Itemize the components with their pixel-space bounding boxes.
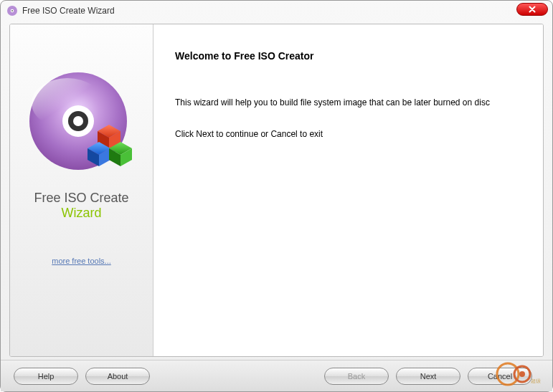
more-tools-link[interactable]: more free tools... (52, 257, 111, 265)
app-window: Free ISO Create Wizard (0, 0, 553, 392)
app-icon (6, 5, 18, 16)
about-button[interactable]: About (85, 368, 150, 385)
sidebar: Free ISO Create Wizard more free tools..… (10, 24, 153, 356)
svg-point-2 (11, 10, 13, 11)
help-button[interactable]: Help (14, 368, 78, 385)
content-frame: Free ISO Create Wizard more free tools..… (9, 24, 544, 357)
svg-point-7 (73, 116, 83, 126)
welcome-heading: Welcome to Free ISO Creator (175, 50, 521, 62)
body-text-1: This wizard will help you to build file … (175, 97, 521, 107)
app-name-line1: Free ISO Create (34, 191, 128, 206)
titlebar: Free ISO Create Wizard (1, 1, 552, 21)
next-button[interactable]: Next (396, 368, 460, 385)
close-button[interactable] (516, 3, 548, 16)
app-name-line2: Wizard (61, 206, 101, 221)
disc-logo-icon (24, 67, 139, 182)
window-title: Free ISO Create Wizard (22, 6, 115, 16)
main-panel: Welcome to Free ISO Creator This wizard … (153, 24, 543, 356)
body-text-2: Click Next to continue or Cancel to exit (175, 129, 521, 139)
button-bar: Help About Back Next Cancel (1, 360, 552, 391)
back-button[interactable]: Back (324, 368, 389, 385)
cancel-button[interactable]: Cancel (468, 368, 532, 385)
